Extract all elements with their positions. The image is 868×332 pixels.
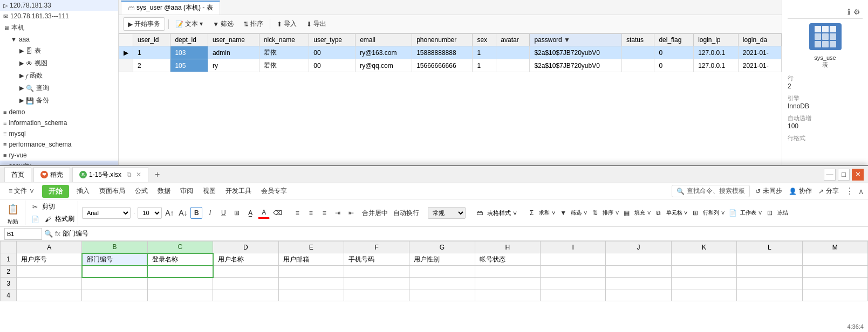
sidebar-db-aaa[interactable]: ▼ aaa xyxy=(0,34,118,45)
cell-del-flag-2[interactable]: 0 xyxy=(654,59,694,72)
sidebar-db-tables[interactable]: ▶ 🗄 表 xyxy=(0,45,118,57)
text-btn[interactable]: 📝 文本 ▾ xyxy=(172,18,206,30)
excel-tab-daoke[interactable]: ❤ 稻壳 xyxy=(33,167,70,182)
col-header-d[interactable]: D xyxy=(213,241,278,253)
cell-dept-id-2[interactable]: 105 xyxy=(170,59,208,72)
merge-btn[interactable]: 合并居中 xyxy=(359,207,391,219)
col-header-k[interactable]: K xyxy=(671,241,736,253)
cell-l1[interactable] xyxy=(737,253,802,266)
cell-d4[interactable] xyxy=(213,289,278,301)
col-phonenumber[interactable]: phonenumber xyxy=(412,34,473,46)
cell-f2[interactable] xyxy=(344,266,409,278)
sum-btn[interactable]: Σ xyxy=(525,207,537,219)
col-header-m[interactable]: M xyxy=(802,241,868,253)
unindent-btn[interactable]: ⇤ xyxy=(345,207,357,219)
restore-btn[interactable]: □ xyxy=(838,169,850,181)
filter2-btn[interactable]: ▼ xyxy=(557,207,569,219)
worksheet-btn[interactable]: 📄 xyxy=(727,207,739,219)
cell-phone-1[interactable]: 15888888888 xyxy=(412,46,473,59)
paste-btn[interactable]: 📋 xyxy=(4,200,22,218)
formula-input[interactable] xyxy=(63,230,864,238)
cell-user-name-2[interactable]: ry xyxy=(208,59,259,72)
cell-avatar-1[interactable] xyxy=(496,46,530,59)
filter-btn[interactable]: ▼ 筛选 xyxy=(209,18,237,30)
menu-formula[interactable]: 公式 xyxy=(131,184,152,198)
col-header-b[interactable]: B xyxy=(82,241,147,253)
more-btn[interactable]: ⋮ xyxy=(845,186,854,196)
cell-user-name-1[interactable]: admin xyxy=(208,46,259,59)
menu-file[interactable]: ≡ 文件 ∨ xyxy=(4,184,39,198)
col-password[interactable]: password ▼ xyxy=(530,34,622,46)
cell-email-1[interactable]: ry@163.com xyxy=(356,46,412,59)
row-col-btn[interactable]: ⊞ xyxy=(689,207,701,219)
cell-login-da-1[interactable]: 2021-01- xyxy=(738,46,781,59)
file-tab-copy[interactable]: ⧉ xyxy=(127,171,132,178)
col-header-f[interactable]: F xyxy=(344,241,409,253)
cell-m1[interactable] xyxy=(802,253,868,266)
bold-btn[interactable]: B xyxy=(190,207,202,219)
cell-d3[interactable] xyxy=(213,278,278,289)
sidebar-server-local[interactable]: 🖥 本机 xyxy=(0,22,118,34)
main-table-tab[interactable]: 🗃 sys_user @aaa (本机) - 表 xyxy=(121,1,220,15)
sidebar-db-queries[interactable]: ▶ 🔍 查询 xyxy=(0,82,118,94)
cell-l4[interactable] xyxy=(737,289,802,301)
cell-g3[interactable] xyxy=(409,278,475,289)
cell-h4[interactable] xyxy=(475,289,540,301)
fill-btn[interactable]: ▦ xyxy=(621,207,633,219)
excel-tab-file[interactable]: S 1-15号.xlsx ⧉ ✕ xyxy=(72,167,148,182)
col-header-c[interactable]: C xyxy=(147,241,213,253)
sort2-btn[interactable]: ⇅ xyxy=(589,207,601,219)
cell-avatar-2[interactable] xyxy=(496,59,530,72)
copy-btn[interactable]: 📄 xyxy=(29,213,41,225)
cell-d2[interactable] xyxy=(213,266,278,278)
cell-k3[interactable] xyxy=(671,278,736,289)
cell-k4[interactable] xyxy=(671,289,736,301)
align-left-btn[interactable]: ≡ xyxy=(291,207,303,219)
sort-btn[interactable]: ⇅ 排序 xyxy=(240,18,266,30)
cell-user-id-2[interactable]: 2 xyxy=(133,59,170,72)
sidebar-db-backup[interactable]: ▶ 💾 备份 xyxy=(0,94,118,107)
table-row[interactable]: 2 105 ry 若依 00 ry@qq.com 15666666666 1 $… xyxy=(119,59,782,72)
italic-btn[interactable]: I xyxy=(204,207,216,219)
clear-btn[interactable]: ⌫ xyxy=(271,207,283,219)
sidebar-server-2[interactable]: ✉ 120.78.181.33---111 xyxy=(0,11,118,22)
wrap-btn[interactable]: 自动换行 xyxy=(393,207,420,219)
cell-c4[interactable] xyxy=(147,289,213,301)
cell-b1[interactable]: 部门编号 xyxy=(82,253,147,266)
border-btn[interactable]: ⊞ xyxy=(231,207,243,219)
cell-a2[interactable] xyxy=(17,266,82,278)
cell-j2[interactable] xyxy=(606,266,671,278)
col-header-i[interactable]: I xyxy=(541,241,606,253)
col-header-l[interactable]: L xyxy=(737,241,802,253)
cell-a4[interactable] xyxy=(17,289,82,301)
freeze-btn[interactable]: ⊡ xyxy=(764,207,776,219)
cell-reference-box[interactable]: B1 xyxy=(4,228,42,240)
cell-i2[interactable] xyxy=(541,266,606,278)
col-user-type[interactable]: user_type xyxy=(309,34,356,46)
import-btn[interactable]: ⬆ 导入 xyxy=(274,18,300,30)
cell-login-da-2[interactable]: 2021-01- xyxy=(738,59,781,72)
sidebar-db-demo[interactable]: ≡ demo xyxy=(0,107,118,117)
cell-g4[interactable] xyxy=(409,289,475,301)
settings-icon[interactable]: ⚙ xyxy=(853,8,860,16)
sidebar-db-functions[interactable]: ▶ 𝑓 函数 xyxy=(0,70,118,82)
cell-j4[interactable] xyxy=(606,289,671,301)
col-header-h[interactable]: H xyxy=(475,241,540,253)
cell-d1[interactable]: 用户名称 xyxy=(213,253,278,266)
cell-c2[interactable] xyxy=(147,266,213,278)
cell-l3[interactable] xyxy=(737,278,802,289)
col-header-a[interactable]: A xyxy=(17,241,82,253)
col-header-e[interactable]: E xyxy=(278,241,344,253)
cell-m3[interactable] xyxy=(802,278,868,289)
sidebar-db-perf-schema[interactable]: ≡ performance_schema xyxy=(0,139,118,150)
fill-color-btn[interactable]: A̲ xyxy=(244,207,256,219)
menu-insert[interactable]: 插入 xyxy=(72,184,94,198)
cut-btn[interactable]: ✂ xyxy=(29,201,41,213)
table-row[interactable]: ▶ 1 103 admin 若依 00 ry@163.com 158888888… xyxy=(119,46,782,59)
cell-e4[interactable] xyxy=(278,289,344,301)
menu-data[interactable]: 数据 xyxy=(153,184,175,198)
cell-sex-1[interactable]: 1 xyxy=(473,46,496,59)
file-tab-close[interactable]: ✕ xyxy=(136,171,141,178)
col-nick-name[interactable]: nick_name xyxy=(259,34,309,46)
sidebar-server-1[interactable]: ▷ 120.78.181.33 xyxy=(0,0,118,11)
